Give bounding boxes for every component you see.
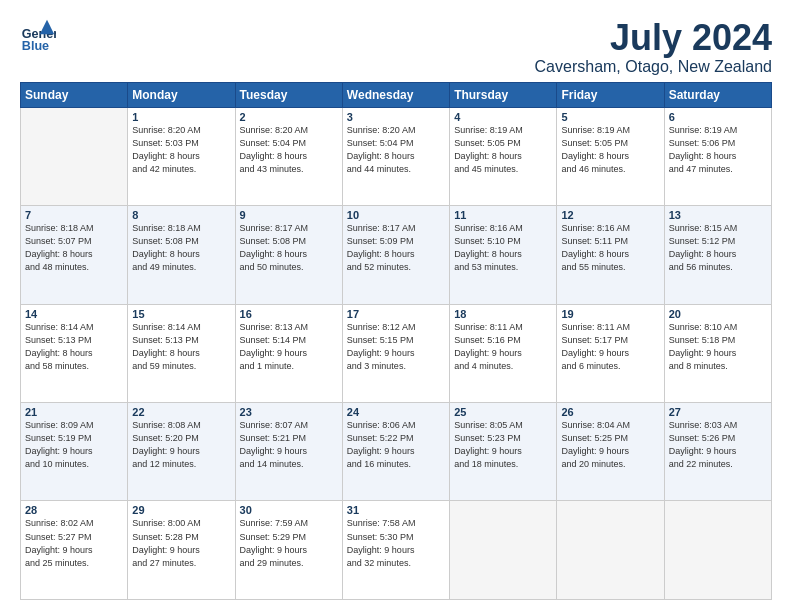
calendar-day-cell: 22Sunrise: 8:08 AM Sunset: 5:20 PM Dayli…	[128, 403, 235, 501]
col-header-saturday: Saturday	[664, 82, 771, 107]
logo: General Blue	[20, 18, 60, 54]
svg-text:Blue: Blue	[22, 39, 49, 53]
calendar-day-cell: 16Sunrise: 8:13 AM Sunset: 5:14 PM Dayli…	[235, 304, 342, 402]
calendar-day-cell: 28Sunrise: 8:02 AM Sunset: 5:27 PM Dayli…	[21, 501, 128, 600]
day-number: 27	[669, 406, 767, 418]
day-number: 22	[132, 406, 230, 418]
calendar-day-cell: 19Sunrise: 8:11 AM Sunset: 5:17 PM Dayli…	[557, 304, 664, 402]
calendar-week-row: 14Sunrise: 8:14 AM Sunset: 5:13 PM Dayli…	[21, 304, 772, 402]
day-number: 29	[132, 504, 230, 516]
calendar-day-cell	[664, 501, 771, 600]
day-number: 10	[347, 209, 445, 221]
day-info: Sunrise: 8:17 AM Sunset: 5:09 PM Dayligh…	[347, 222, 445, 274]
day-number: 19	[561, 308, 659, 320]
calendar-day-cell: 29Sunrise: 8:00 AM Sunset: 5:28 PM Dayli…	[128, 501, 235, 600]
calendar-day-cell: 12Sunrise: 8:16 AM Sunset: 5:11 PM Dayli…	[557, 206, 664, 304]
day-info: Sunrise: 8:07 AM Sunset: 5:21 PM Dayligh…	[240, 419, 338, 471]
calendar-day-cell: 24Sunrise: 8:06 AM Sunset: 5:22 PM Dayli…	[342, 403, 449, 501]
day-info: Sunrise: 8:19 AM Sunset: 5:05 PM Dayligh…	[454, 124, 552, 176]
calendar-day-cell: 25Sunrise: 8:05 AM Sunset: 5:23 PM Dayli…	[450, 403, 557, 501]
day-info: Sunrise: 8:16 AM Sunset: 5:11 PM Dayligh…	[561, 222, 659, 274]
calendar-day-cell: 2Sunrise: 8:20 AM Sunset: 5:04 PM Daylig…	[235, 107, 342, 205]
day-info: Sunrise: 8:20 AM Sunset: 5:04 PM Dayligh…	[240, 124, 338, 176]
day-info: Sunrise: 8:19 AM Sunset: 5:05 PM Dayligh…	[561, 124, 659, 176]
day-number: 20	[669, 308, 767, 320]
calendar-day-cell: 20Sunrise: 8:10 AM Sunset: 5:18 PM Dayli…	[664, 304, 771, 402]
col-header-sunday: Sunday	[21, 82, 128, 107]
day-number: 21	[25, 406, 123, 418]
day-number: 31	[347, 504, 445, 516]
day-number: 5	[561, 111, 659, 123]
day-info: Sunrise: 8:10 AM Sunset: 5:18 PM Dayligh…	[669, 321, 767, 373]
calendar-day-cell: 4Sunrise: 8:19 AM Sunset: 5:05 PM Daylig…	[450, 107, 557, 205]
day-info: Sunrise: 8:06 AM Sunset: 5:22 PM Dayligh…	[347, 419, 445, 471]
day-info: Sunrise: 8:04 AM Sunset: 5:25 PM Dayligh…	[561, 419, 659, 471]
day-info: Sunrise: 8:05 AM Sunset: 5:23 PM Dayligh…	[454, 419, 552, 471]
day-info: Sunrise: 8:03 AM Sunset: 5:26 PM Dayligh…	[669, 419, 767, 471]
day-info: Sunrise: 8:17 AM Sunset: 5:08 PM Dayligh…	[240, 222, 338, 274]
day-info: Sunrise: 8:20 AM Sunset: 5:03 PM Dayligh…	[132, 124, 230, 176]
calendar-day-cell: 17Sunrise: 8:12 AM Sunset: 5:15 PM Dayli…	[342, 304, 449, 402]
calendar-day-cell: 14Sunrise: 8:14 AM Sunset: 5:13 PM Dayli…	[21, 304, 128, 402]
col-header-friday: Friday	[557, 82, 664, 107]
calendar-day-cell: 21Sunrise: 8:09 AM Sunset: 5:19 PM Dayli…	[21, 403, 128, 501]
calendar-day-cell: 23Sunrise: 8:07 AM Sunset: 5:21 PM Dayli…	[235, 403, 342, 501]
day-info: Sunrise: 8:19 AM Sunset: 5:06 PM Dayligh…	[669, 124, 767, 176]
page-title: July 2024	[535, 18, 772, 58]
col-header-monday: Monday	[128, 82, 235, 107]
calendar-day-cell: 13Sunrise: 8:15 AM Sunset: 5:12 PM Dayli…	[664, 206, 771, 304]
calendar-day-cell: 18Sunrise: 8:11 AM Sunset: 5:16 PM Dayli…	[450, 304, 557, 402]
day-number: 23	[240, 406, 338, 418]
day-info: Sunrise: 8:12 AM Sunset: 5:15 PM Dayligh…	[347, 321, 445, 373]
day-number: 28	[25, 504, 123, 516]
day-number: 13	[669, 209, 767, 221]
day-info: Sunrise: 8:20 AM Sunset: 5:04 PM Dayligh…	[347, 124, 445, 176]
calendar-day-cell: 6Sunrise: 8:19 AM Sunset: 5:06 PM Daylig…	[664, 107, 771, 205]
col-header-thursday: Thursday	[450, 82, 557, 107]
day-number: 30	[240, 504, 338, 516]
day-number: 18	[454, 308, 552, 320]
day-info: Sunrise: 8:11 AM Sunset: 5:16 PM Dayligh…	[454, 321, 552, 373]
day-number: 8	[132, 209, 230, 221]
page-subtitle: Caversham, Otago, New Zealand	[535, 58, 772, 76]
calendar-day-cell: 27Sunrise: 8:03 AM Sunset: 5:26 PM Dayli…	[664, 403, 771, 501]
calendar-week-row: 1Sunrise: 8:20 AM Sunset: 5:03 PM Daylig…	[21, 107, 772, 205]
day-number: 15	[132, 308, 230, 320]
day-info: Sunrise: 7:58 AM Sunset: 5:30 PM Dayligh…	[347, 517, 445, 569]
day-number: 14	[25, 308, 123, 320]
calendar-week-row: 21Sunrise: 8:09 AM Sunset: 5:19 PM Dayli…	[21, 403, 772, 501]
page: General Blue July 2024 Caversham, Otago,…	[0, 0, 792, 612]
day-info: Sunrise: 8:00 AM Sunset: 5:28 PM Dayligh…	[132, 517, 230, 569]
day-number: 12	[561, 209, 659, 221]
calendar-day-cell: 30Sunrise: 7:59 AM Sunset: 5:29 PM Dayli…	[235, 501, 342, 600]
calendar-day-cell: 3Sunrise: 8:20 AM Sunset: 5:04 PM Daylig…	[342, 107, 449, 205]
day-number: 6	[669, 111, 767, 123]
calendar-day-cell: 11Sunrise: 8:16 AM Sunset: 5:10 PM Dayli…	[450, 206, 557, 304]
calendar-day-cell: 31Sunrise: 7:58 AM Sunset: 5:30 PM Dayli…	[342, 501, 449, 600]
day-info: Sunrise: 8:18 AM Sunset: 5:07 PM Dayligh…	[25, 222, 123, 274]
day-info: Sunrise: 8:09 AM Sunset: 5:19 PM Dayligh…	[25, 419, 123, 471]
day-number: 25	[454, 406, 552, 418]
col-header-tuesday: Tuesday	[235, 82, 342, 107]
calendar-day-cell: 15Sunrise: 8:14 AM Sunset: 5:13 PM Dayli…	[128, 304, 235, 402]
day-info: Sunrise: 8:11 AM Sunset: 5:17 PM Dayligh…	[561, 321, 659, 373]
day-info: Sunrise: 8:18 AM Sunset: 5:08 PM Dayligh…	[132, 222, 230, 274]
day-number: 11	[454, 209, 552, 221]
day-number: 9	[240, 209, 338, 221]
calendar-day-cell: 5Sunrise: 8:19 AM Sunset: 5:05 PM Daylig…	[557, 107, 664, 205]
calendar-week-row: 7Sunrise: 8:18 AM Sunset: 5:07 PM Daylig…	[21, 206, 772, 304]
day-number: 2	[240, 111, 338, 123]
day-number: 24	[347, 406, 445, 418]
day-number: 16	[240, 308, 338, 320]
day-number: 3	[347, 111, 445, 123]
day-number: 26	[561, 406, 659, 418]
day-info: Sunrise: 8:14 AM Sunset: 5:13 PM Dayligh…	[25, 321, 123, 373]
calendar-day-cell: 9Sunrise: 8:17 AM Sunset: 5:08 PM Daylig…	[235, 206, 342, 304]
calendar-day-cell: 7Sunrise: 8:18 AM Sunset: 5:07 PM Daylig…	[21, 206, 128, 304]
calendar-day-cell: 8Sunrise: 8:18 AM Sunset: 5:08 PM Daylig…	[128, 206, 235, 304]
day-info: Sunrise: 8:15 AM Sunset: 5:12 PM Dayligh…	[669, 222, 767, 274]
day-info: Sunrise: 8:14 AM Sunset: 5:13 PM Dayligh…	[132, 321, 230, 373]
calendar-day-cell: 26Sunrise: 8:04 AM Sunset: 5:25 PM Dayli…	[557, 403, 664, 501]
col-header-wednesday: Wednesday	[342, 82, 449, 107]
calendar-day-cell	[450, 501, 557, 600]
